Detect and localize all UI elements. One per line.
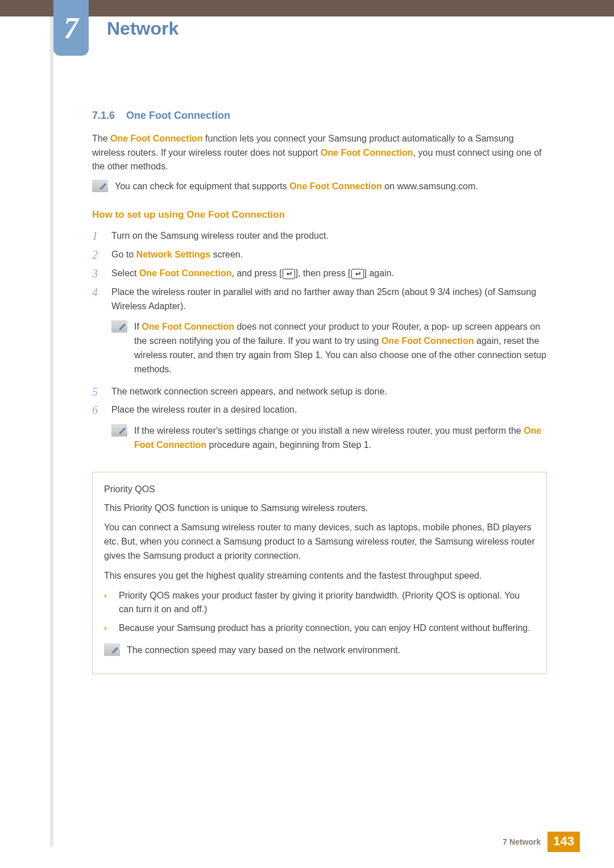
page: 7 Network 7.1.6 One Foot Connection The … [0, 0, 614, 868]
note-row: If the wireless router's settings change… [111, 424, 547, 452]
step-text: Place the wireless router in parallel wi… [111, 285, 547, 380]
step-text: The network connection screen appears, a… [111, 385, 547, 399]
step-3: 3 Select One Foot Connection, and press … [92, 267, 547, 281]
chapter-badge: 7 [53, 0, 89, 56]
bullet-icon: z [104, 621, 111, 636]
bullet-icon: z [104, 589, 111, 617]
step-number: 1 [92, 229, 103, 243]
step-2: 2 Go to Network Settings screen. [92, 248, 547, 262]
sub-heading: How to set up using One Foot Connection [92, 207, 547, 222]
top-bar [0, 0, 614, 16]
note-icon [104, 643, 120, 656]
step-text: Turn on the Samsung wireless router and … [111, 229, 547, 243]
note-row: You can check for equipment that support… [92, 180, 547, 194]
qos-title: Priority QOS [104, 483, 535, 497]
qos-paragraph: This ensures you get the highest quality… [104, 569, 535, 583]
note-text: You can check for equipment that support… [115, 180, 478, 194]
qos-paragraph: This Priority QOS function is unique to … [104, 501, 535, 516]
chapter-number: 7 [64, 11, 78, 45]
note-text: If the wireless router's settings change… [134, 424, 547, 452]
chapter-title: Network [107, 18, 179, 39]
section-heading: 7.1.6 One Foot Connection [92, 108, 547, 124]
section-title: One Foot Connection [126, 110, 230, 121]
qos-paragraph: You can connect a Samsung wireless route… [104, 521, 535, 563]
step-number: 4 [92, 285, 103, 380]
step-6: 6 Place the wireless router in a desired… [92, 403, 547, 455]
enter-icon [283, 269, 295, 279]
step-number: 3 [92, 267, 103, 281]
step-text: Select One Foot Connection, and press []… [111, 267, 547, 281]
note-icon [111, 320, 127, 333]
note-row: The connection speed may vary based on t… [104, 643, 535, 658]
step-text: Place the wireless router in a desired l… [111, 403, 547, 455]
step-4: 4 Place the wireless router in parallel … [92, 285, 547, 380]
page-footer: 7 Network 143 [503, 832, 580, 852]
note-row: If One Foot Connection does not connect … [111, 320, 547, 376]
qos-bullet-list: z Priority QOS makes your product faster… [104, 589, 535, 636]
step-5: 5 The network connection screen appears,… [92, 385, 547, 399]
section-number: 7.1.6 [92, 110, 115, 121]
list-item: z Because your Samsung product has a pri… [104, 621, 535, 636]
note-icon [111, 424, 127, 437]
step-number: 5 [92, 385, 103, 399]
intro-paragraph: The One Foot Connection function lets yo… [92, 132, 547, 174]
list-text: Because your Samsung product has a prior… [119, 621, 530, 636]
footer-chapter-label: 7 Network [503, 837, 541, 846]
step-1: 1 Turn on the Samsung wireless router an… [92, 229, 547, 243]
note-text: If One Foot Connection does not connect … [134, 320, 547, 376]
steps-list: 1 Turn on the Samsung wireless router an… [92, 229, 547, 455]
content-area: 7.1.6 One Foot Connection The One Foot C… [92, 108, 547, 674]
priority-qos-box: Priority QOS This Priority QOS function … [92, 472, 547, 674]
step-text: Go to Network Settings screen. [111, 248, 547, 262]
left-margin-strip [50, 16, 53, 846]
list-text: Priority QOS makes your product faster b… [119, 589, 535, 617]
note-text: The connection speed may vary based on t… [127, 643, 400, 658]
page-number: 143 [547, 832, 580, 852]
step-number: 2 [92, 248, 103, 262]
note-icon [92, 180, 108, 192]
list-item: z Priority QOS makes your product faster… [104, 589, 535, 617]
enter-icon [351, 269, 364, 279]
step-number: 6 [92, 403, 103, 455]
